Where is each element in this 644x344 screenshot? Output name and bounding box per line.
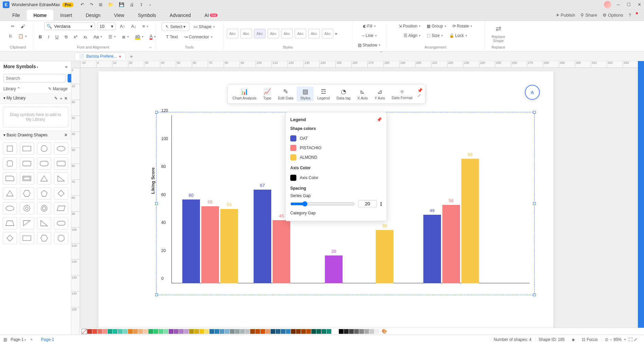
shapes-section[interactable]: ▾ Basic Drawing Shapes [3,133,48,137]
shape-single-round[interactable] [3,172,17,185]
new-icon[interactable]: ⊞ [99,2,103,7]
swatch-pistachio[interactable] [290,145,296,151]
ct-x-axis[interactable]: ⊾X Axis [354,87,371,101]
user-avatar[interactable] [604,1,611,8]
color-swatch[interactable] [159,329,163,334]
copy-icon[interactable]: ⎘ [7,32,14,40]
fill-button[interactable]: ◐ Fill [361,22,378,30]
legend-item-pistachio[interactable]: PISTACHIO [290,143,382,153]
shape-pill[interactable] [54,217,68,229]
close-icon[interactable]: ✕ [638,2,641,7]
color-swatch[interactable] [306,329,311,334]
color-swatch[interactable] [327,329,331,334]
shape-hexagon[interactable] [20,187,34,199]
shape-parallelogram[interactable] [54,202,68,214]
library-toggle[interactable]: Library ⌃ [3,87,20,91]
rotate-button[interactable]: ⟳ Rotate [450,22,474,30]
menu-advanced[interactable]: Advanced [163,9,198,21]
font-family-select[interactable]: 🔍 Verdana ▾ [44,22,95,30]
mylib-section[interactable]: ▾ My Library [3,96,25,101]
format-painter-icon[interactable]: 🖌 [19,22,27,30]
style-preset[interactable]: Abc [240,29,252,38]
print-icon[interactable]: 🖨 [130,2,134,7]
series-gap-input[interactable] [358,200,377,207]
document-tab[interactable]: 📄 Barista Prefere... ● [75,53,126,60]
maximize-icon[interactable]: ☐ [627,2,631,7]
color-swatch[interactable] [281,329,286,334]
zoom-out-icon[interactable]: − [610,337,612,342]
publish-button[interactable]: ✈ Publish [556,13,575,18]
style-preset[interactable]: Abc [295,29,306,38]
color-swatch[interactable] [97,329,102,334]
right-edge-strip[interactable] [638,61,644,335]
style-preset[interactable]: Abc [308,29,320,38]
color-swatch[interactable] [133,329,138,334]
gray-swatch[interactable] [359,329,364,334]
group-button[interactable]: ▦ Group [425,22,448,30]
color-swatch[interactable] [265,329,270,334]
page-select[interactable]: Page-1 [11,337,26,342]
gray-swatch[interactable] [354,329,359,334]
page[interactable]: Barista Preference — Milks Liking Score … [98,71,553,335]
undo-icon[interactable]: ↶ [80,2,84,7]
menu-design[interactable]: Design [79,9,107,21]
shape-right-tri[interactable] [54,172,68,185]
color-swatch[interactable] [291,329,296,334]
color-swatch[interactable] [271,329,275,334]
shape-diamond2[interactable] [3,232,17,244]
swatch-axis[interactable] [290,175,296,181]
color-swatch[interactable] [179,329,184,334]
color-swatch[interactable] [230,329,235,334]
color-swatch[interactable] [301,329,306,334]
gray-swatch[interactable] [344,329,349,334]
color-swatch[interactable] [103,329,107,334]
save-icon[interactable]: 💾 [119,2,124,7]
zoom-fit-icon[interactable]: ⊙ [605,337,608,342]
zoom-in-icon[interactable]: ＋ [623,337,627,342]
cut-icon[interactable]: ✂ [9,22,17,30]
color-swatch[interactable] [220,329,224,334]
mylib-drop-zone[interactable]: Drag symbols here to add to My Library [3,107,68,128]
color-swatch[interactable] [209,329,214,334]
color-swatch[interactable] [87,329,92,334]
font-size-select[interactable]: 10 ▾ [97,22,116,30]
ct-data-tag[interactable]: ◔Data tag [333,87,354,101]
focus-button[interactable]: ⊡ Focus [578,337,601,342]
color-swatch[interactable] [123,329,128,334]
ct-edit-data[interactable]: ✎Edit Data [275,87,297,101]
select-tool[interactable]: ↖ Select ▾ [162,22,189,31]
style-preset[interactable]: Abc [227,29,238,38]
ct-chart-analysis[interactable]: 📊Chart Analysis [229,87,260,101]
ct-data-format[interactable]: ⟐Data Format [388,87,416,101]
shapes-close-icon[interactable]: ✕ [64,133,68,137]
minimize-icon[interactable]: ─ [617,2,620,7]
options-button[interactable]: ⚙ Options [603,13,623,18]
color-swatch[interactable] [215,329,219,334]
subscript-icon[interactable]: x₂ [81,33,90,41]
color-swatch[interactable] [113,329,117,334]
color-swatch[interactable] [148,329,153,334]
shape-diamond[interactable] [54,187,68,199]
shape-frame[interactable] [20,172,34,185]
align-text-icon[interactable]: ≡ [141,22,151,30]
mylib-add-icon[interactable]: ＋ [59,96,63,101]
menu-ai[interactable]: AIhot [198,9,224,21]
color-swatch[interactable] [204,329,209,334]
open-icon[interactable]: 📁 [108,2,113,7]
line-spacing-icon[interactable]: ☰ [106,33,118,41]
bullets-icon[interactable]: ≣ [120,33,131,41]
series-gap-slider[interactable] [290,201,355,207]
color-swatch[interactable] [245,329,250,334]
shape-rect2[interactable] [20,232,34,244]
shape-rounded[interactable] [3,157,17,170]
ai-orb-button[interactable]: A [525,85,540,100]
color-swatch[interactable] [118,329,123,334]
color-swatch[interactable] [153,329,158,334]
superscript-icon[interactable]: x² [72,33,79,41]
page-layout-icon[interactable]: ▥ [3,337,7,342]
axis-color-row[interactable]: Axis Color [290,173,382,183]
color-swatch[interactable] [128,329,133,334]
paste-icon[interactable]: 📋 [16,32,29,40]
color-swatch[interactable] [143,329,148,334]
menu-view[interactable]: View [107,9,131,21]
